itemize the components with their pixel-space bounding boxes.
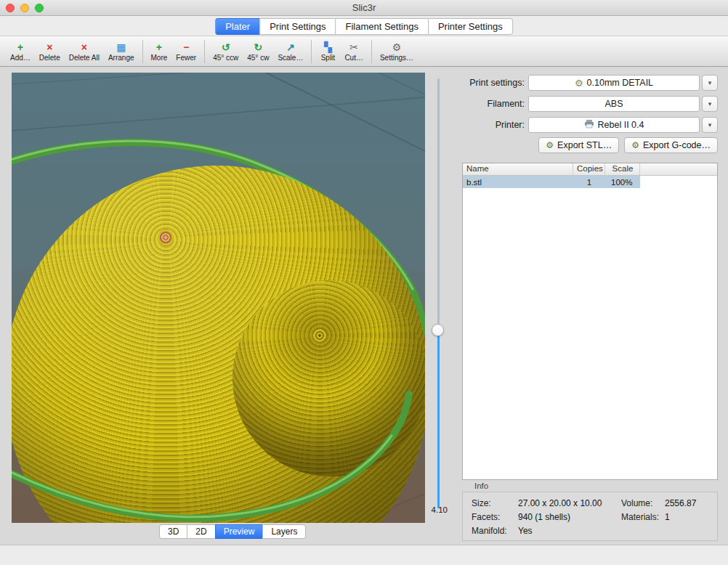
filament-label: Filament: [436,96,525,112]
cut-button[interactable]: ✂ Cut… [340,40,368,63]
rotate-ccw-button[interactable]: ↺ 45° ccw [209,40,243,63]
materials-label: Materials: [621,512,659,522]
chevron-down-icon: ▾ [708,100,712,107]
cut-icon: ✂ [349,41,358,53]
zoom-window-button[interactable] [35,4,44,12]
tab-3d[interactable]: 3D [159,524,187,539]
tab-filament-settings[interactable]: Filament Settings [335,18,427,35]
export-stl-icon: ⚙ [546,141,554,150]
export-stl-button[interactable]: ⚙ Export STL… [538,137,619,153]
add-object-icon: + [17,41,23,53]
info-section-title: Info [474,481,488,490]
traffic-lights [6,4,44,12]
more-button-label: More [151,54,168,62]
scale-icon: ↗ [286,41,295,53]
more-button[interactable]: + More [147,40,172,63]
chevron-down-icon: ▾ [708,79,712,86]
export-gcode-icon: ⚙ [631,141,639,150]
main-tab-bar: Plater Print Settings Filament Settings … [0,16,728,36]
rotate-ccw-button-label: 45° ccw [213,54,238,62]
add-button[interactable]: + Add… [6,40,35,63]
view-tab-bar: 3D 2D Preview Layers [159,524,306,539]
tab-preview[interactable]: Preview [215,524,263,539]
tab-printer-settings[interactable]: Printer Settings [428,18,513,35]
layer-slider-thumb[interactable] [432,324,444,336]
tab-layers[interactable]: Layers [262,524,306,539]
export-buttons-row: ⚙ Export STL… ⚙ Export G-code… [462,137,718,153]
arrange-icon: ▦ [116,41,126,53]
cell-scale: 100% [605,178,640,187]
skirt-loop-front [12,73,425,523]
cut-button-label: Cut… [344,54,363,62]
delete-all-button[interactable]: × Delete All [65,40,104,63]
info-panel: Size: 27.00 x 20.00 x 10.00 Volume: 2556… [462,492,718,541]
filament-value: ABS [604,99,623,109]
printer-icon [584,120,594,131]
print-settings-label: Print settings: [436,75,525,91]
add-button-label: Add… [10,54,31,62]
window-title: Slic3r [0,0,728,16]
print-settings-select[interactable]: ⚙ 0.10mm DETAIL [528,75,700,91]
close-window-button[interactable] [6,4,15,12]
layer-slider-fill [437,330,440,508]
settings-button-label: Settings… [380,54,413,62]
manifold-label: Manifold: [472,526,507,536]
tab-print-settings[interactable]: Print Settings [259,18,335,35]
split-button-label: Split [321,54,335,62]
split-button[interactable]: ▚ Split [315,40,340,63]
printer-select[interactable]: Rebel II 0.4 [528,117,700,133]
app-window: Slic3r Plater Print Settings Filament Se… [0,0,728,565]
toolbar-separator [204,40,205,63]
facets-label: Facets: [472,512,500,522]
toolbar-separator [311,40,312,63]
materials-value: 1 [665,512,670,522]
cell-copies: 1 [573,178,605,187]
toolbar: + Add… × Delete × Delete All ▦ Arrange +… [0,36,728,67]
size-label: Size: [472,498,491,508]
object-list-table[interactable]: Name Copies Scale b.stl 1 100% [462,163,718,480]
main-tabs-segmented-control: Plater Print Settings Filament Settings … [215,18,513,35]
delete-button-label: Delete [39,54,60,62]
object-table-header: Name Copies Scale [463,163,717,176]
column-header-filler [640,163,717,175]
more-copies-icon: + [156,41,162,53]
delete-button[interactable]: × Delete [35,40,65,63]
rotate-cw-button[interactable]: ↻ 45° cw [243,40,273,63]
filament-select[interactable]: ABS [528,96,700,112]
fewer-copies-icon: − [183,41,189,53]
delete-all-icon: × [81,41,87,53]
toolbar-separator [142,40,143,63]
split-icon: ▚ [324,41,332,53]
chevron-down-icon: ▾ [708,121,712,129]
fewer-button[interactable]: − Fewer [171,40,201,63]
scale-button-label: Scale… [278,54,303,62]
rotate-ccw-icon: ↺ [222,41,230,53]
size-value: 27.00 x 20.00 x 10.00 [518,498,602,508]
titlebar: Slic3r [0,0,728,16]
print-settings-value: 0.10mm DETAIL [587,78,653,88]
export-gcode-button[interactable]: ⚙ Export G-code… [624,137,718,153]
column-header-name[interactable]: Name [463,163,573,175]
volume-value: 2556.87 [665,498,696,508]
column-header-scale[interactable]: Scale [605,163,640,175]
status-strip [0,545,728,565]
3d-preview-viewport[interactable] [12,73,425,523]
print-settings-dropdown-button[interactable]: ▾ [702,75,718,91]
rotate-cw-icon: ↻ [254,41,262,53]
toolbar-separator [371,40,372,63]
print-settings-gear-icon: ⚙ [575,78,583,88]
filament-dropdown-button[interactable]: ▾ [702,96,718,112]
printer-dropdown-button[interactable]: ▾ [702,117,718,133]
settings-button[interactable]: ⚙ Settings… [376,40,418,63]
export-gcode-label: Export G-code… [643,140,711,150]
column-header-copies[interactable]: Copies [573,163,605,175]
arrange-button[interactable]: ▦ Arrange [104,40,139,63]
tab-2d[interactable]: 2D [187,524,214,539]
delete-all-button-label: Delete All [69,54,100,62]
manifold-value: Yes [518,526,533,536]
tab-plater[interactable]: Plater [215,18,259,35]
minimize-window-button[interactable] [20,4,29,12]
rotate-cw-button-label: 45° cw [247,54,269,62]
scale-button[interactable]: ↗ Scale… [273,40,307,63]
table-row-b-stl[interactable]: b.stl 1 100% [463,176,640,188]
